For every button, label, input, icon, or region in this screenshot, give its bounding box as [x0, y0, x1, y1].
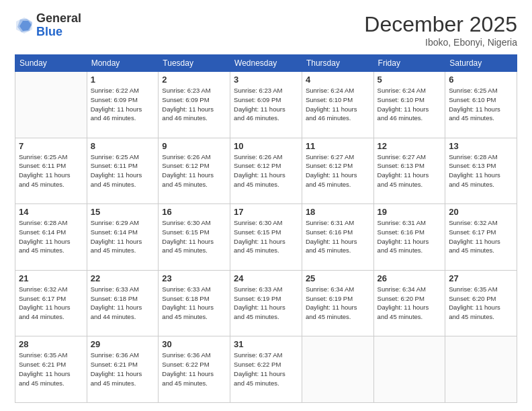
calendar-cell — [302, 336, 373, 403]
calendar-cell: 13Sunrise: 6:28 AMSunset: 6:13 PMDayligh… — [445, 138, 517, 204]
day-number: 23 — [162, 273, 226, 283]
day-number: 15 — [91, 207, 155, 217]
day-info: Sunrise: 6:22 AMSunset: 6:09 PMDaylight:… — [91, 86, 155, 123]
calendar-cell: 10Sunrise: 6:26 AMSunset: 6:12 PMDayligh… — [230, 138, 302, 204]
logo-icon — [15, 16, 34, 35]
day-info: Sunrise: 6:24 AMSunset: 6:10 PMDaylight:… — [378, 86, 442, 123]
calendar-cell: 3Sunrise: 6:23 AMSunset: 6:09 PMDaylight… — [230, 72, 302, 138]
day-number: 11 — [306, 141, 370, 151]
calendar-cell: 30Sunrise: 6:36 AMSunset: 6:22 PMDayligh… — [159, 336, 230, 403]
calendar-cell: 19Sunrise: 6:31 AMSunset: 6:16 PMDayligh… — [373, 204, 445, 271]
calendar-cell: 26Sunrise: 6:34 AMSunset: 6:20 PMDayligh… — [373, 270, 445, 336]
day-info: Sunrise: 6:34 AMSunset: 6:19 PMDaylight:… — [306, 285, 370, 322]
day-info: Sunrise: 6:25 AMSunset: 6:11 PMDaylight:… — [19, 152, 83, 189]
day-number: 27 — [449, 273, 513, 283]
calendar-cell: 20Sunrise: 6:32 AMSunset: 6:17 PMDayligh… — [445, 204, 517, 271]
day-number: 21 — [19, 273, 83, 283]
header-row: Sunday Monday Tuesday Wednesday Thursday… — [15, 55, 517, 72]
day-info: Sunrise: 6:36 AMSunset: 6:22 PMDaylight:… — [162, 351, 226, 387]
logo-blue: Blue — [36, 26, 81, 39]
calendar-cell: 23Sunrise: 6:33 AMSunset: 6:18 PMDayligh… — [159, 270, 230, 336]
calendar-cell: 8Sunrise: 6:25 AMSunset: 6:11 PMDaylight… — [87, 138, 159, 204]
day-info: Sunrise: 6:26 AMSunset: 6:12 PMDaylight:… — [162, 152, 226, 189]
calendar-cell: 14Sunrise: 6:28 AMSunset: 6:14 PMDayligh… — [15, 204, 87, 271]
day-info: Sunrise: 6:30 AMSunset: 6:15 PMDaylight:… — [234, 218, 298, 255]
header: General Blue December 2025 Iboko, Ebonyi… — [15, 12, 517, 48]
calendar-cell: 25Sunrise: 6:34 AMSunset: 6:19 PMDayligh… — [302, 270, 373, 336]
day-number: 4 — [306, 75, 370, 85]
col-tuesday: Tuesday — [159, 55, 230, 72]
calendar-cell — [15, 72, 87, 138]
calendar-cell: 22Sunrise: 6:33 AMSunset: 6:18 PMDayligh… — [87, 270, 159, 336]
day-number: 28 — [19, 339, 83, 349]
calendar-cell: 29Sunrise: 6:36 AMSunset: 6:21 PMDayligh… — [87, 336, 159, 403]
day-info: Sunrise: 6:34 AMSunset: 6:20 PMDaylight:… — [378, 285, 442, 322]
day-number: 20 — [449, 207, 513, 217]
day-number: 5 — [378, 75, 442, 85]
day-number: 13 — [449, 141, 513, 151]
calendar-cell — [373, 336, 445, 403]
col-thursday: Thursday — [302, 55, 373, 72]
day-info: Sunrise: 6:35 AMSunset: 6:20 PMDaylight:… — [449, 285, 513, 322]
day-info: Sunrise: 6:37 AMSunset: 6:22 PMDaylight:… — [234, 351, 298, 387]
calendar-cell: 11Sunrise: 6:27 AMSunset: 6:12 PMDayligh… — [302, 138, 373, 204]
day-info: Sunrise: 6:33 AMSunset: 6:18 PMDaylight:… — [91, 285, 155, 322]
day-info: Sunrise: 6:27 AMSunset: 6:12 PMDaylight:… — [306, 152, 370, 189]
day-number: 1 — [91, 75, 155, 85]
logo-text: General Blue — [36, 12, 81, 39]
calendar-cell: 27Sunrise: 6:35 AMSunset: 6:20 PMDayligh… — [445, 270, 517, 336]
day-info: Sunrise: 6:25 AMSunset: 6:10 PMDaylight:… — [449, 86, 513, 123]
day-info: Sunrise: 6:26 AMSunset: 6:12 PMDaylight:… — [234, 152, 298, 189]
month-title: December 2025 — [364, 12, 517, 37]
day-number: 29 — [91, 339, 155, 349]
day-info: Sunrise: 6:35 AMSunset: 6:21 PMDaylight:… — [19, 351, 83, 387]
day-number: 2 — [162, 75, 226, 85]
calendar-week-2: 7Sunrise: 6:25 AMSunset: 6:11 PMDaylight… — [15, 138, 517, 204]
calendar-cell: 2Sunrise: 6:23 AMSunset: 6:09 PMDaylight… — [159, 72, 230, 138]
day-number: 7 — [19, 141, 83, 151]
calendar-cell: 9Sunrise: 6:26 AMSunset: 6:12 PMDaylight… — [159, 138, 230, 204]
day-info: Sunrise: 6:24 AMSunset: 6:10 PMDaylight:… — [306, 86, 370, 123]
day-info: Sunrise: 6:25 AMSunset: 6:11 PMDaylight:… — [91, 152, 155, 189]
day-number: 10 — [234, 141, 298, 151]
day-number: 25 — [306, 273, 370, 283]
day-number: 17 — [234, 207, 298, 217]
day-info: Sunrise: 6:32 AMSunset: 6:17 PMDaylight:… — [19, 285, 83, 322]
day-number: 3 — [234, 75, 298, 85]
day-number: 8 — [91, 141, 155, 151]
location: Iboko, Ebonyi, Nigeria — [364, 37, 517, 48]
calendar-cell: 28Sunrise: 6:35 AMSunset: 6:21 PMDayligh… — [15, 336, 87, 403]
day-info: Sunrise: 6:33 AMSunset: 6:19 PMDaylight:… — [234, 285, 298, 322]
calendar-cell: 15Sunrise: 6:29 AMSunset: 6:14 PMDayligh… — [87, 204, 159, 271]
col-friday: Friday — [373, 55, 445, 72]
calendar-cell: 12Sunrise: 6:27 AMSunset: 6:13 PMDayligh… — [373, 138, 445, 204]
day-number: 30 — [162, 339, 226, 349]
day-info: Sunrise: 6:27 AMSunset: 6:13 PMDaylight:… — [378, 152, 442, 189]
calendar-cell: 21Sunrise: 6:32 AMSunset: 6:17 PMDayligh… — [15, 270, 87, 336]
col-sunday: Sunday — [15, 55, 87, 72]
col-wednesday: Wednesday — [230, 55, 302, 72]
day-number: 31 — [234, 339, 298, 349]
calendar-cell: 16Sunrise: 6:30 AMSunset: 6:15 PMDayligh… — [159, 204, 230, 271]
calendar-week-5: 28Sunrise: 6:35 AMSunset: 6:21 PMDayligh… — [15, 336, 517, 403]
title-block: December 2025 Iboko, Ebonyi, Nigeria — [364, 12, 517, 48]
day-number: 19 — [378, 207, 442, 217]
calendar-cell: 17Sunrise: 6:30 AMSunset: 6:15 PMDayligh… — [230, 204, 302, 271]
day-number: 24 — [234, 273, 298, 283]
day-info: Sunrise: 6:33 AMSunset: 6:18 PMDaylight:… — [162, 285, 226, 322]
day-info: Sunrise: 6:30 AMSunset: 6:15 PMDaylight:… — [162, 218, 226, 255]
calendar-cell: 24Sunrise: 6:33 AMSunset: 6:19 PMDayligh… — [230, 270, 302, 336]
col-saturday: Saturday — [445, 55, 517, 72]
day-number: 22 — [91, 273, 155, 283]
calendar-cell: 31Sunrise: 6:37 AMSunset: 6:22 PMDayligh… — [230, 336, 302, 403]
day-info: Sunrise: 6:28 AMSunset: 6:13 PMDaylight:… — [449, 152, 513, 189]
calendar-week-1: 1Sunrise: 6:22 AMSunset: 6:09 PMDaylight… — [15, 72, 517, 138]
calendar-week-3: 14Sunrise: 6:28 AMSunset: 6:14 PMDayligh… — [15, 204, 517, 271]
day-info: Sunrise: 6:29 AMSunset: 6:14 PMDaylight:… — [91, 218, 155, 255]
logo-general: General — [36, 12, 81, 26]
calendar-cell: 1Sunrise: 6:22 AMSunset: 6:09 PMDaylight… — [87, 72, 159, 138]
day-number: 9 — [162, 141, 226, 151]
calendar-cell: 18Sunrise: 6:31 AMSunset: 6:16 PMDayligh… — [302, 204, 373, 271]
day-number: 12 — [378, 141, 442, 151]
calendar-week-4: 21Sunrise: 6:32 AMSunset: 6:17 PMDayligh… — [15, 270, 517, 336]
